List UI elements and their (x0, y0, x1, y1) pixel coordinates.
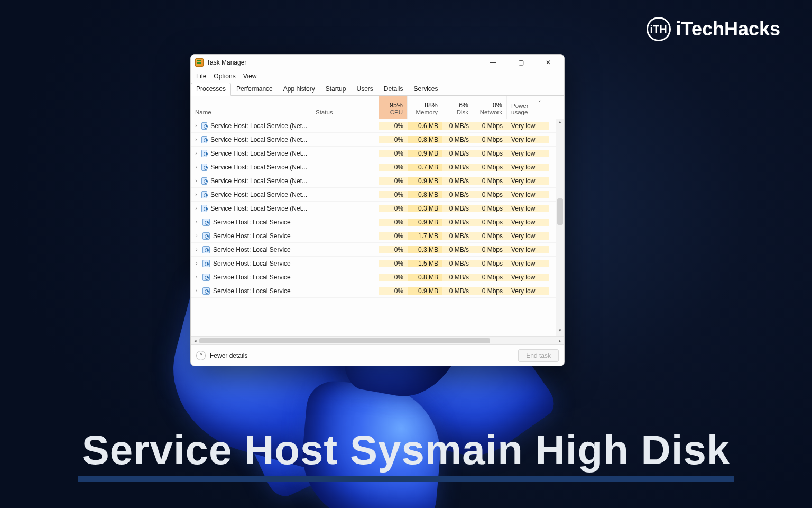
expand-chevron-icon[interactable]: › (194, 247, 199, 252)
table-row[interactable]: ›Service Host: Local Service0%0.9 MB0 MB… (191, 215, 564, 229)
tab-performance[interactable]: Performance (231, 83, 278, 96)
cell-cpu: 0% (379, 287, 408, 295)
process-name: Service Host: Local Service (Net... (210, 177, 307, 185)
expand-chevron-icon[interactable]: › (194, 233, 199, 239)
window-title: Task Manager (207, 59, 246, 66)
horizontal-scrollbar[interactable]: ◂ ▸ (191, 336, 564, 344)
expand-chevron-icon[interactable]: › (194, 192, 198, 197)
expand-chevron-icon[interactable]: › (194, 150, 198, 156)
scroll-left-icon[interactable]: ◂ (191, 338, 199, 343)
expand-chevron-icon[interactable]: › (194, 288, 199, 294)
fewer-details-icon[interactable]: ⌃ (196, 351, 206, 360)
cell-power: Very low (507, 274, 549, 281)
service-icon (201, 150, 207, 157)
expand-chevron-icon[interactable]: › (194, 178, 198, 184)
service-icon (202, 232, 210, 240)
cell-memory: 0.9 MB (408, 177, 442, 185)
tab-processes[interactable]: Processes (191, 83, 231, 96)
table-row[interactable]: ›Service Host: Local Service0%0.9 MB0 MB… (191, 284, 564, 298)
table-row[interactable]: ›Service Host: Local Service (Net...0%0.… (191, 119, 564, 133)
brand-logo: iTH iTechHacks (647, 17, 780, 41)
table-row[interactable]: ›Service Host: Local Service0%1.5 MB0 MB… (191, 257, 564, 270)
tab-services[interactable]: Services (409, 83, 444, 96)
tab-app-history[interactable]: App history (278, 83, 320, 96)
cell-memory: 1.7 MB (408, 232, 442, 240)
end-task-button[interactable]: End task (518, 349, 559, 362)
scroll-right-icon[interactable]: ▸ (556, 338, 564, 343)
tab-users[interactable]: Users (351, 83, 378, 96)
col-header-memory[interactable]: 88%Memory (408, 96, 442, 119)
tab-details[interactable]: Details (379, 83, 409, 96)
cell-power: Very low (507, 232, 549, 240)
cell-name: ›Service Host: Local Service (191, 287, 311, 295)
expand-chevron-icon[interactable]: › (194, 274, 199, 280)
service-icon (202, 219, 210, 226)
cell-power: Very low (507, 205, 549, 212)
process-name: Service Host: Local Service (Net... (210, 136, 307, 143)
cell-name: ›Service Host: Local Service (Net... (191, 191, 311, 198)
service-icon (202, 260, 210, 267)
table-row[interactable]: ›Service Host: Local Service (Net...0%0.… (191, 133, 564, 147)
sort-chevron-icon: ⌄ (538, 97, 542, 103)
process-name: Service Host: Local Service (Net... (210, 205, 307, 212)
cell-memory: 0.9 MB (408, 287, 442, 295)
table-row[interactable]: ›Service Host: Local Service0%1.7 MB0 MB… (191, 229, 564, 243)
table-row[interactable]: ›Service Host: Local Service0%0.8 MB0 MB… (191, 270, 564, 284)
table-row[interactable]: ›Service Host: Local Service (Net...0%0.… (191, 160, 564, 174)
col-header-power[interactable]: Power usage (507, 96, 549, 119)
expand-chevron-icon[interactable]: › (194, 219, 199, 225)
process-name: Service Host: Local Service (213, 260, 291, 267)
cell-disk: 0 MB/s (442, 164, 473, 171)
cell-network: 0 Mbps (473, 260, 507, 267)
cell-disk: 0 MB/s (442, 136, 473, 143)
table-row[interactable]: ›Service Host: Local Service (Net...0%0.… (191, 188, 564, 202)
cell-memory: 0.8 MB (408, 274, 442, 281)
process-name: Service Host: Local Service (Net... (210, 164, 307, 171)
cell-cpu: 0% (379, 246, 408, 253)
table-row[interactable]: ›Service Host: Local Service0%0.3 MB0 MB… (191, 243, 564, 257)
menu-view[interactable]: View (243, 72, 257, 80)
vertical-scrollbar[interactable]: ▴ ▾ (556, 119, 564, 336)
scroll-thumb[interactable] (557, 198, 563, 225)
table-body: ›Service Host: Local Service (Net...0%0.… (191, 119, 564, 336)
service-icon (201, 122, 207, 130)
process-name: Service Host: Local Service (213, 232, 291, 240)
brand-name: iTechHacks (676, 18, 780, 40)
expand-chevron-icon[interactable]: › (194, 123, 198, 129)
expand-chevron-icon[interactable]: › (194, 260, 199, 266)
cell-network: 0 Mbps (473, 136, 507, 143)
cell-power: Very low (507, 122, 549, 130)
fewer-details-button[interactable]: Fewer details (210, 352, 247, 359)
col-header-name[interactable]: Name (191, 96, 311, 119)
scroll-down-icon[interactable]: ▾ (556, 328, 564, 336)
table-row[interactable]: ›Service Host: Local Service (Net...0%0.… (191, 174, 564, 188)
minimize-button[interactable]: — (484, 57, 503, 68)
col-header-status[interactable]: Status (311, 96, 379, 119)
service-icon (201, 205, 207, 212)
col-header-network[interactable]: 0%Network (473, 96, 507, 119)
table-row[interactable]: ›Service Host: Local Service (Net...0%0.… (191, 147, 564, 160)
close-button[interactable]: ✕ (539, 57, 558, 68)
process-name: Service Host: Local Service (Net... (210, 191, 307, 198)
hscroll-thumb[interactable] (199, 338, 490, 343)
cell-disk: 0 MB/s (442, 274, 473, 281)
table-row[interactable]: ›Service Host: Local Service (Net...0%0.… (191, 202, 564, 215)
expand-chevron-icon[interactable]: › (194, 205, 198, 211)
menu-file[interactable]: File (196, 72, 206, 80)
cell-memory: 0.9 MB (408, 219, 442, 226)
maximize-button[interactable]: ▢ (511, 57, 530, 68)
minimize-icon: — (490, 59, 496, 66)
cell-memory: 0.8 MB (408, 191, 442, 198)
col-header-disk[interactable]: 6%Disk (442, 96, 473, 119)
tabstrip: Processes Performance App history Startu… (191, 82, 564, 96)
cell-disk: 0 MB/s (442, 246, 473, 253)
expand-chevron-icon[interactable]: › (194, 164, 198, 170)
expand-chevron-icon[interactable]: › (194, 137, 198, 142)
tab-startup[interactable]: Startup (320, 83, 352, 96)
titlebar[interactable]: Task Manager — ▢ ✕ (191, 55, 564, 70)
cell-name: ›Service Host: Local Service (191, 219, 311, 226)
cell-power: Very low (507, 150, 549, 157)
col-header-cpu[interactable]: ⌄ 95%CPU (379, 96, 408, 119)
scroll-up-icon[interactable]: ▴ (556, 119, 564, 128)
menu-options[interactable]: Options (214, 72, 235, 80)
